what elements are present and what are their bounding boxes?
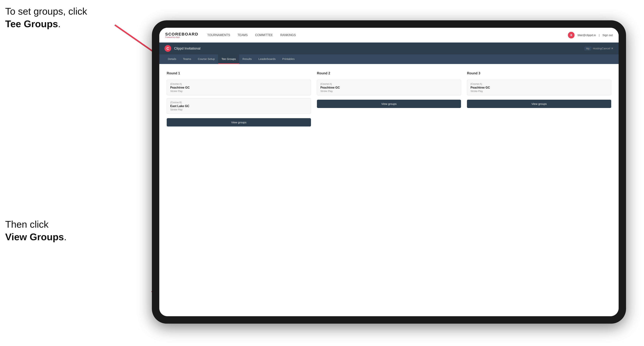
tab-teams[interactable]: Teams <box>180 54 194 64</box>
round-3-title: Round 3 <box>467 71 611 75</box>
avatar: B <box>568 32 574 38</box>
tablet-screen: SCOREBOARD Powered by clippl TOURNAMENTS… <box>159 28 619 316</box>
tab-printables[interactable]: Printables <box>279 54 298 64</box>
nav-committee[interactable]: COMMITTEE <box>255 33 273 37</box>
round-2-view-groups-button[interactable]: View groups <box>317 100 461 108</box>
round-2-course-a-format: Stroke Play <box>320 90 458 92</box>
tab-course-setup[interactable]: Course Setup <box>194 54 218 64</box>
instruction-bottom-period: . <box>64 231 66 242</box>
sub-navigation: C Clippd Invitational My Hosting Cancel … <box>159 42 619 54</box>
instruction-view-groups-emphasis: View Groups <box>5 231 64 242</box>
round-1-title: Round 1 <box>167 71 311 75</box>
instruction-top-period: . <box>58 18 60 29</box>
nav-links: TOURNAMENTS TEAMS COMMITTEE RANKINGS <box>207 33 568 37</box>
nav-teams[interactable]: TEAMS <box>238 33 248 37</box>
logo-text: SCOREBOARD <box>165 32 198 37</box>
round-1-course-a-format: Stroke Play <box>170 90 308 92</box>
tab-results[interactable]: Results <box>239 54 255 64</box>
round-1-column: Round 1 (Course A) Peachtree GC Stroke P… <box>167 71 311 127</box>
round-1-course-b-label: (Course B) <box>170 101 308 104</box>
round-3-view-groups-button[interactable]: View groups <box>467 100 611 108</box>
round-1-course-b-format: Stroke Play <box>170 108 308 111</box>
round-2-title: Round 2 <box>317 71 461 75</box>
tournament-name: Clippd Invitational <box>174 47 583 50</box>
round-3-course-a-card: (Course A) Peachtree GC Stroke Play <box>467 80 611 95</box>
top-navigation: SCOREBOARD Powered by clippl TOURNAMENTS… <box>159 28 619 42</box>
round-1-course-b-card: (Course B) East Lake GC Stroke Play <box>167 98 311 114</box>
scoreboard-logo: SCOREBOARD Powered by clippl <box>165 32 198 38</box>
round-1-view-groups-button[interactable]: View groups <box>167 118 311 127</box>
tablet-device: SCOREBOARD Powered by clippl TOURNAMENTS… <box>152 20 626 324</box>
nav-right-area: B blair@clippd.io | Sign out <box>568 32 613 38</box>
instruction-bottom: Then click View Groups. <box>5 218 66 243</box>
nav-rankings[interactable]: RANKINGS <box>280 33 296 37</box>
round-3-course-a-format: Stroke Play <box>470 90 608 92</box>
separator: | <box>599 33 600 37</box>
round-1-course-b-name: East Lake GC <box>170 105 308 108</box>
round-2-column: Round 2 (Course A) Peachtree GC Stroke P… <box>317 71 461 127</box>
cancel-button[interactable]: Cancel ✕ <box>602 47 614 50</box>
instruction-tee-groups-emphasis: Tee Groups <box>5 18 58 29</box>
round-2-course-a-card: (Course A) Peachtree GC Stroke Play <box>317 80 461 95</box>
instruction-top: To set groups, click Tee Groups. <box>5 5 87 30</box>
round-1-course-a-card: (Course A) Peachtree GC Stroke Play <box>167 80 311 95</box>
nav-tournaments[interactable]: TOURNAMENTS <box>207 33 230 37</box>
round-1-course-a-label: (Course A) <box>170 82 308 85</box>
user-email: blair@clippd.io <box>578 33 596 37</box>
rounds-container: Round 1 (Course A) Peachtree GC Stroke P… <box>167 71 611 127</box>
content-area: Round 1 (Course A) Peachtree GC Stroke P… <box>159 64 619 316</box>
tab-leaderboards[interactable]: Leaderboards <box>255 54 279 64</box>
tab-details[interactable]: Details <box>164 54 180 64</box>
round-3-course-a-name: Peachtree GC <box>470 86 608 89</box>
clipp-logo: C <box>164 45 171 52</box>
instruction-top-line1: To set groups, click <box>5 6 87 17</box>
instruction-bottom-line1: Then click <box>5 219 48 230</box>
tabs-bar: Details Teams Course Setup Tee Groups Re… <box>159 54 619 64</box>
round-2-course-a-label: (Course A) <box>320 82 458 85</box>
sign-out-link[interactable]: Sign out <box>602 33 613 37</box>
my-badge: My <box>584 47 591 50</box>
logo-subtext: Powered by clippl <box>165 36 198 38</box>
round-3-column: Round 3 (Course A) Peachtree GC Stroke P… <box>467 71 611 127</box>
hosting-label: Hosting <box>593 47 602 50</box>
tab-tee-groups[interactable]: Tee Groups <box>218 54 239 64</box>
round-2-course-a-name: Peachtree GC <box>320 86 458 89</box>
round-1-course-a-name: Peachtree GC <box>170 86 308 89</box>
round-3-course-a-label: (Course A) <box>470 82 608 85</box>
